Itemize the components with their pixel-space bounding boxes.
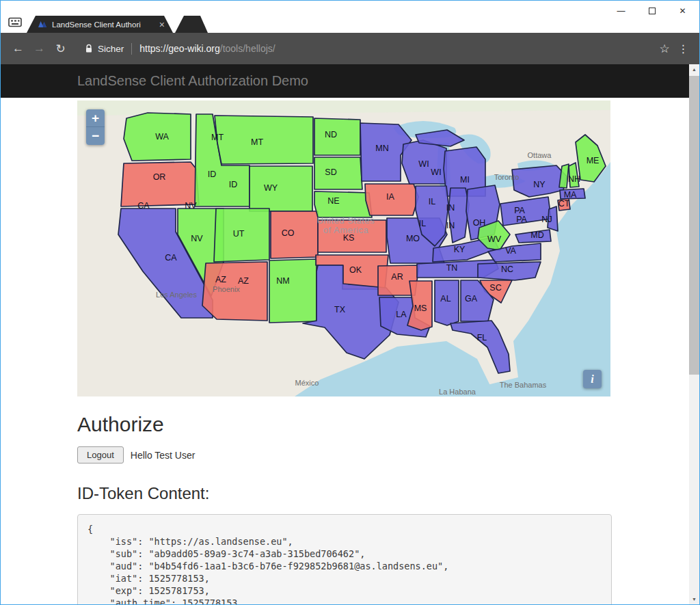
web-page: LandSense Client Authorization Demo (1, 64, 689, 604)
state-label-nj: NJ (541, 215, 552, 224)
state-label-sc: SC (489, 283, 501, 293)
state-label-ga: GA (465, 294, 478, 304)
maximize-button[interactable] (636, 1, 667, 21)
state-co[interactable] (271, 211, 318, 258)
us-map-canvas[interactable]: United Statesof AmericaWAORCACANVNVIDIDM… (77, 100, 610, 396)
token-content-block: { "iss": "https://as.landsense.eu", "sub… (77, 514, 612, 604)
country-label: United States (317, 215, 375, 226)
state-label-ca: CA (137, 201, 150, 211)
state-label-al: AL (440, 294, 450, 304)
state-label-or: OR (153, 172, 166, 182)
state-label-ia: IA (386, 192, 394, 202)
state-label-fl: FL (477, 333, 487, 342)
new-tab-button[interactable] (175, 16, 208, 33)
state-ne[interactable] (314, 191, 372, 217)
browser-menu-icon[interactable]: ⋮ (675, 42, 692, 55)
page-title: LandSense Client Authorization Demo (1, 64, 689, 98)
reload-button[interactable]: ↻ (50, 38, 71, 59)
scrollbar-up-arrow[interactable]: ▲ (689, 64, 699, 75)
state-label-tx: TX (334, 305, 346, 314)
state-label-ky: KY (454, 245, 466, 254)
state-label-nv: NV (191, 234, 203, 243)
tab-favicon (38, 19, 47, 30)
browser-toolbar: ← → ↻ Sicher https://geo-wiki.org/tools/… (1, 33, 699, 64)
scrollbar-down-arrow[interactable]: ▼ (689, 594, 699, 604)
secure-label: Sicher (98, 44, 124, 54)
zoom-out-button[interactable]: − (86, 127, 105, 145)
zoom-in-button[interactable]: + (86, 109, 105, 127)
state-label-tn: TN (446, 263, 458, 273)
back-button[interactable]: ← (8, 38, 29, 59)
state-label-wa: WA (155, 132, 169, 142)
bookmark-star-icon[interactable]: ☆ (654, 42, 675, 56)
state-label-nv: NV (185, 201, 197, 211)
state-label-la: LA (396, 310, 407, 319)
state-label-me: ME (587, 156, 600, 165)
title-bar: — ✕ LandSense Client Authori × (1, 1, 699, 33)
city-label-the-bahamas: The Bahamas (500, 381, 547, 389)
state-label-az: AZ (215, 275, 226, 284)
state-wy[interactable] (250, 166, 312, 211)
state-label-in: IN (446, 221, 455, 230)
window-controls: — ✕ (606, 1, 698, 21)
state-label-id: ID (208, 170, 217, 179)
state-nm[interactable] (269, 259, 317, 323)
state-label-ks: KS (343, 233, 355, 243)
minimize-button[interactable]: — (606, 1, 636, 21)
city-label-phoenix: Phoenix (213, 285, 240, 293)
state-label-in: IN (446, 203, 455, 213)
state-label-nc: NC (501, 265, 513, 274)
omnibox-separator (131, 43, 132, 55)
state-label-ny: NY (533, 180, 546, 189)
state-label-id: ID (229, 180, 238, 189)
state-label-wi: WI (418, 159, 429, 169)
tab-close-icon[interactable]: × (159, 20, 165, 29)
state-label-mt: MT (211, 133, 224, 142)
state-sd[interactable] (314, 157, 362, 189)
state-label-va: VA (505, 246, 516, 256)
browser-window: — ✕ LandSense Client Authori × ← → ↻ (0, 0, 700, 605)
map-info-button[interactable]: i (583, 370, 602, 388)
url-path: /tools/hellojs/ (220, 43, 275, 54)
state-or[interactable] (121, 162, 199, 206)
city-label-los-angeles: Los Angeles (156, 291, 197, 299)
state-label-mi: MI (460, 175, 470, 185)
state-label-nm: NM (276, 276, 289, 286)
state-label-az: AZ (238, 276, 249, 286)
close-button[interactable]: ✕ (667, 1, 698, 21)
forward-icon: → (33, 42, 45, 55)
leaflet-map[interactable]: United Statesof AmericaWAORCACANVNVIDIDM… (77, 100, 610, 396)
page-scrollbar[interactable]: ▲ ▼ (689, 64, 699, 604)
page-url: https://geo-wiki.org/tools/hellojs/ (139, 43, 275, 54)
reload-icon: ↻ (55, 42, 65, 56)
toolbar-right: ☆ ⋮ (654, 42, 692, 56)
state-label-ma: MA (564, 190, 577, 200)
tab-title: LandSense Client Authori (52, 21, 154, 29)
forward-button[interactable]: → (29, 38, 50, 59)
authorize-heading: Authorize (77, 413, 689, 436)
greeting-text: Hello Test User (131, 450, 196, 461)
scrollbar-track[interactable] (689, 75, 699, 594)
state-label-nd: ND (325, 130, 337, 139)
back-icon: ← (12, 42, 24, 55)
logout-row: Logout Hello Test User (77, 446, 689, 463)
tab-strip: LandSense Client Authori × (1, 16, 489, 33)
city-label-toronto: Toronto (494, 173, 520, 181)
minimize-icon: — (617, 6, 625, 16)
state-label-wv: WV (487, 234, 502, 244)
scrollbar-thumb[interactable] (689, 76, 699, 375)
logout-button[interactable]: Logout (77, 446, 124, 463)
window-menu-icon[interactable] (8, 17, 22, 30)
state-mt[interactable] (215, 116, 313, 164)
lock-icon (85, 44, 93, 53)
url-host: https://geo-wiki.org (139, 43, 220, 54)
close-icon: ✕ (679, 6, 686, 16)
browser-tab[interactable]: LandSense Client Authori × (27, 16, 173, 33)
city-label-méxico: México (295, 379, 319, 387)
state-label-oh: OH (473, 218, 486, 228)
state-label-mn: MN (375, 144, 388, 153)
address-bar[interactable]: Sicher https://geo-wiki.org/tools/helloj… (79, 38, 649, 59)
state-nd[interactable] (314, 118, 360, 155)
browser-viewport: LandSense Client Authorization Demo (1, 64, 699, 604)
state-label-ca: CA (165, 253, 177, 263)
